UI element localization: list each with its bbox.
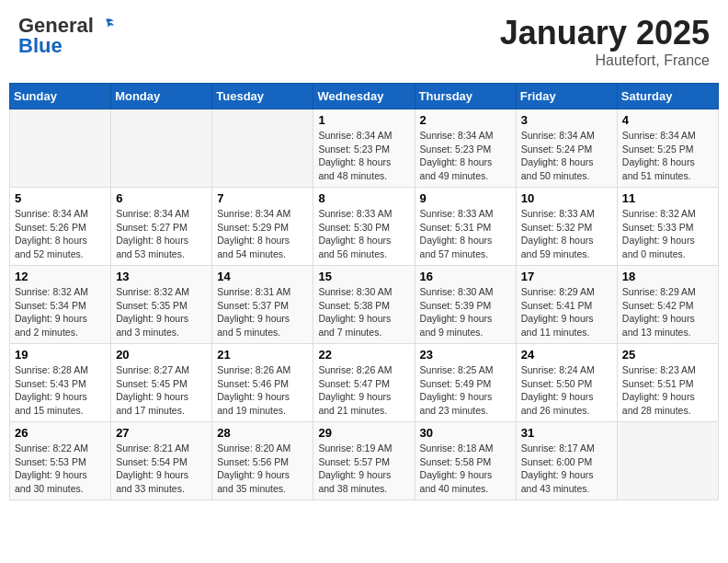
day-cell: 12Sunrise: 8:32 AM Sunset: 5:34 PM Dayli…: [10, 266, 111, 344]
day-cell: 7Sunrise: 8:34 AM Sunset: 5:29 PM Daylig…: [212, 188, 313, 266]
day-cell: 29Sunrise: 8:19 AM Sunset: 5:57 PM Dayli…: [313, 422, 415, 500]
day-cell: [10, 109, 111, 188]
day-number: 4: [622, 113, 713, 127]
logo-blue-text: Blue: [18, 34, 63, 58]
day-cell: 25Sunrise: 8:23 AM Sunset: 5:51 PM Dayli…: [617, 344, 718, 422]
day-info: Sunrise: 8:29 AM Sunset: 5:41 PM Dayligh…: [521, 285, 612, 339]
day-info: Sunrise: 8:32 AM Sunset: 5:33 PM Dayligh…: [622, 207, 713, 261]
day-number: 24: [521, 348, 612, 362]
day-info: Sunrise: 8:32 AM Sunset: 5:35 PM Dayligh…: [116, 285, 207, 339]
day-info: Sunrise: 8:25 AM Sunset: 5:49 PM Dayligh…: [420, 363, 511, 418]
day-cell: 3Sunrise: 8:34 AM Sunset: 5:24 PM Daylig…: [516, 109, 617, 188]
day-info: Sunrise: 8:17 AM Sunset: 6:00 PM Dayligh…: [521, 442, 612, 496]
day-number: 31: [521, 426, 612, 440]
day-number: 9: [420, 191, 511, 205]
day-cell: [212, 109, 313, 188]
week-row-5: 26Sunrise: 8:22 AM Sunset: 5:53 PM Dayli…: [10, 422, 719, 500]
day-cell: [617, 422, 718, 500]
day-cell: 22Sunrise: 8:26 AM Sunset: 5:47 PM Dayli…: [313, 344, 415, 422]
day-number: 12: [15, 270, 106, 283]
day-number: 25: [622, 348, 713, 362]
day-info: Sunrise: 8:28 AM Sunset: 5:43 PM Dayligh…: [15, 363, 106, 418]
day-number: 13: [116, 270, 207, 283]
day-info: Sunrise: 8:33 AM Sunset: 5:30 PM Dayligh…: [318, 207, 409, 261]
day-cell: 26Sunrise: 8:22 AM Sunset: 5:53 PM Dayli…: [10, 422, 111, 500]
day-number: 10: [521, 191, 612, 205]
day-cell: [111, 109, 212, 188]
day-info: Sunrise: 8:34 AM Sunset: 5:26 PM Dayligh…: [15, 207, 106, 261]
day-cell: 19Sunrise: 8:28 AM Sunset: 5:43 PM Dayli…: [10, 344, 111, 422]
day-cell: 13Sunrise: 8:32 AM Sunset: 5:35 PM Dayli…: [111, 266, 212, 344]
day-info: Sunrise: 8:27 AM Sunset: 5:45 PM Dayligh…: [116, 363, 207, 418]
weekday-header-friday: Friday: [516, 84, 617, 109]
day-number: 18: [622, 270, 713, 283]
day-info: Sunrise: 8:24 AM Sunset: 5:50 PM Dayligh…: [521, 363, 612, 418]
week-row-1: 1Sunrise: 8:34 AM Sunset: 5:23 PM Daylig…: [10, 109, 719, 188]
page-header: General Blue January 2025 Hautefort, Fra…: [9, 9, 719, 74]
day-cell: 21Sunrise: 8:26 AM Sunset: 5:46 PM Dayli…: [212, 344, 313, 422]
day-cell: 30Sunrise: 8:18 AM Sunset: 5:58 PM Dayli…: [415, 422, 516, 500]
day-info: Sunrise: 8:19 AM Sunset: 5:57 PM Dayligh…: [318, 442, 409, 496]
day-info: Sunrise: 8:26 AM Sunset: 5:47 PM Dayligh…: [318, 363, 409, 418]
day-info: Sunrise: 8:23 AM Sunset: 5:51 PM Dayligh…: [622, 363, 713, 418]
day-number: 3: [521, 113, 612, 127]
day-number: 8: [318, 191, 409, 205]
day-number: 28: [217, 426, 308, 440]
day-cell: 10Sunrise: 8:33 AM Sunset: 5:32 PM Dayli…: [516, 188, 617, 266]
day-number: 14: [217, 270, 308, 283]
day-cell: 1Sunrise: 8:34 AM Sunset: 5:23 PM Daylig…: [313, 109, 415, 188]
day-number: 5: [15, 191, 106, 205]
day-cell: 6Sunrise: 8:34 AM Sunset: 5:27 PM Daylig…: [111, 188, 212, 266]
weekday-header-sunday: Sunday: [10, 84, 111, 109]
day-number: 16: [420, 270, 511, 283]
day-info: Sunrise: 8:34 AM Sunset: 5:29 PM Dayligh…: [217, 207, 308, 261]
day-number: 22: [318, 348, 409, 362]
day-number: 2: [420, 113, 511, 127]
week-row-2: 5Sunrise: 8:34 AM Sunset: 5:26 PM Daylig…: [10, 188, 719, 266]
month-title: January 2025: [500, 14, 710, 52]
weekday-header-monday: Monday: [111, 84, 212, 109]
day-cell: 8Sunrise: 8:33 AM Sunset: 5:30 PM Daylig…: [313, 188, 415, 266]
day-cell: 24Sunrise: 8:24 AM Sunset: 5:50 PM Dayli…: [516, 344, 617, 422]
day-info: Sunrise: 8:26 AM Sunset: 5:46 PM Dayligh…: [217, 363, 308, 418]
weekday-header-row: SundayMondayTuesdayWednesdayThursdayFrid…: [10, 84, 719, 109]
day-cell: 23Sunrise: 8:25 AM Sunset: 5:49 PM Dayli…: [415, 344, 516, 422]
day-info: Sunrise: 8:34 AM Sunset: 5:23 PM Dayligh…: [318, 129, 409, 183]
day-cell: 2Sunrise: 8:34 AM Sunset: 5:23 PM Daylig…: [415, 109, 516, 188]
weekday-header-thursday: Thursday: [415, 84, 516, 109]
day-info: Sunrise: 8:34 AM Sunset: 5:27 PM Dayligh…: [116, 207, 207, 261]
day-number: 30: [420, 426, 511, 440]
day-number: 20: [116, 348, 207, 362]
day-info: Sunrise: 8:22 AM Sunset: 5:53 PM Dayligh…: [15, 442, 106, 496]
day-number: 19: [15, 348, 106, 362]
day-cell: 5Sunrise: 8:34 AM Sunset: 5:26 PM Daylig…: [10, 188, 111, 266]
weekday-header-saturday: Saturday: [617, 84, 718, 109]
day-cell: 9Sunrise: 8:33 AM Sunset: 5:31 PM Daylig…: [415, 188, 516, 266]
day-cell: 14Sunrise: 8:31 AM Sunset: 5:37 PM Dayli…: [212, 266, 313, 344]
day-number: 11: [622, 191, 713, 205]
weekday-header-wednesday: Wednesday: [313, 84, 415, 109]
day-info: Sunrise: 8:31 AM Sunset: 5:37 PM Dayligh…: [217, 285, 308, 339]
day-number: 26: [15, 426, 106, 440]
day-info: Sunrise: 8:30 AM Sunset: 5:39 PM Dayligh…: [420, 285, 511, 339]
title-area: January 2025 Hautefort, France: [500, 14, 710, 69]
day-cell: 28Sunrise: 8:20 AM Sunset: 5:56 PM Dayli…: [212, 422, 313, 500]
week-row-4: 19Sunrise: 8:28 AM Sunset: 5:43 PM Dayli…: [10, 344, 719, 422]
week-row-3: 12Sunrise: 8:32 AM Sunset: 5:34 PM Dayli…: [10, 266, 719, 344]
logo: General Blue: [18, 14, 116, 58]
day-info: Sunrise: 8:34 AM Sunset: 5:25 PM Dayligh…: [622, 129, 713, 183]
day-cell: 20Sunrise: 8:27 AM Sunset: 5:45 PM Dayli…: [111, 344, 212, 422]
day-cell: 18Sunrise: 8:29 AM Sunset: 5:42 PM Dayli…: [617, 266, 718, 344]
weekday-header-tuesday: Tuesday: [212, 84, 313, 109]
day-info: Sunrise: 8:33 AM Sunset: 5:31 PM Dayligh…: [420, 207, 511, 261]
day-cell: 11Sunrise: 8:32 AM Sunset: 5:33 PM Dayli…: [617, 188, 718, 266]
day-info: Sunrise: 8:30 AM Sunset: 5:38 PM Dayligh…: [318, 285, 409, 339]
day-cell: 17Sunrise: 8:29 AM Sunset: 5:41 PM Dayli…: [516, 266, 617, 344]
day-info: Sunrise: 8:34 AM Sunset: 5:23 PM Dayligh…: [420, 129, 511, 183]
day-number: 6: [116, 191, 207, 205]
day-number: 27: [116, 426, 207, 440]
day-cell: 31Sunrise: 8:17 AM Sunset: 6:00 PM Dayli…: [516, 422, 617, 500]
day-info: Sunrise: 8:18 AM Sunset: 5:58 PM Dayligh…: [420, 442, 511, 496]
day-info: Sunrise: 8:32 AM Sunset: 5:34 PM Dayligh…: [15, 285, 106, 339]
location-label: Hautefort, France: [500, 52, 710, 69]
